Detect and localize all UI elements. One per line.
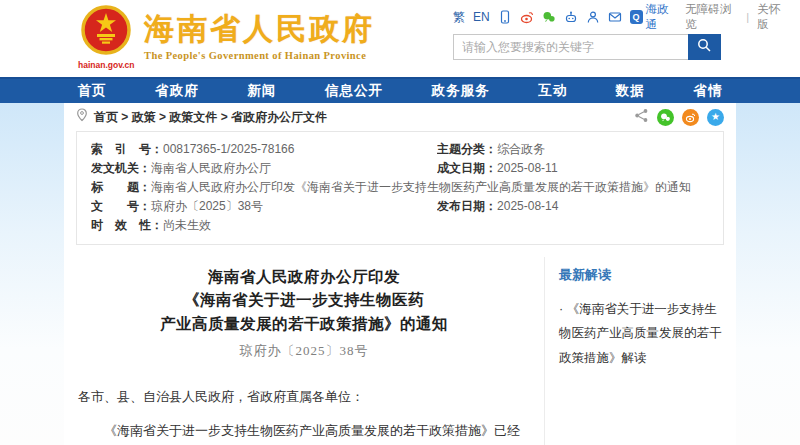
page-background: 首页 > 政策 > 政策文件 > 省政府办公厅文件 ★ <box>0 103 800 445</box>
sidebar-title[interactable]: 最新解读 <box>559 266 724 284</box>
content-card: 首页 > 政策 > 政策文件 > 省政府办公厅文件 ★ <box>64 103 736 445</box>
care-version-link[interactable]: 关怀版 <box>757 2 789 32</box>
nav-item-0[interactable]: 首页 <box>78 82 107 100</box>
meta-issuing-agency: 发文机关：海南省人民政府办公厅 <box>91 159 437 178</box>
site-header: hainan.gov.cn 海南省人民政府 The People's Gover… <box>0 0 800 77</box>
nav-item-7[interactable]: 省情 <box>693 82 722 100</box>
meta-document-number: 文 号：琼府办〔2025〕38号 <box>91 197 437 216</box>
weibo-icon[interactable] <box>520 10 534 24</box>
meta-publish-date: 发布日期：2025-08-14 <box>437 197 709 216</box>
top-utility-links: 繁 EN Q 海政通 无障碍浏览 <box>453 9 789 25</box>
national-emblem-icon <box>81 41 131 58</box>
meta-topic-category: 主题分类：综合政务 <box>437 140 709 159</box>
meta-written-date: 成文日期：2025-08-11 <box>437 159 709 178</box>
main-navigation: 首页省政府新闻信息公开政务服务互动数据省情 <box>0 77 800 103</box>
haizhengtong-link[interactable]: Q 海政通 <box>630 2 678 32</box>
meta-index-number: 索 引 号：00817365-1/2025-78166 <box>91 140 437 159</box>
share-favorite-icon[interactable]: ★ <box>707 109 724 126</box>
nav-item-2[interactable]: 新闻 <box>247 82 276 100</box>
meta-document-title: 标 题：海南省人民政府办公厅印发《海南省关于进一步支持生物医药产业高质量发展的若… <box>91 178 709 197</box>
nav-item-1[interactable]: 省政府 <box>155 82 199 100</box>
breadcrumb[interactable]: 首页 > 政策 > 政策文件 > 省政府办公厅文件 <box>94 109 327 126</box>
links-divider: | <box>746 11 749 23</box>
interpretation-sidebar: 最新解读 · 《海南省关于进一步支持生物医药产业高质量发展的若干政策措施》解读 <box>544 257 724 445</box>
nav-item-6[interactable]: 数据 <box>616 82 645 100</box>
document-metadata-box: 索 引 号：00817365-1/2025-78166 主题分类：综合政务 发文… <box>76 131 724 245</box>
haizhengtong-icon: Q <box>630 10 643 24</box>
share-wechat-icon[interactable] <box>657 109 674 126</box>
nav-item-5[interactable]: 互动 <box>538 82 567 100</box>
sidebar-link-0[interactable]: · 《海南省关于进一步支持生物医药产业高质量发展的若干政策措施》解读 <box>559 297 724 370</box>
meta-validity: 时 效 性：尚未生效 <box>91 216 437 235</box>
document-title-line-0: 海南省人民政府办公厅印发 <box>78 265 530 288</box>
document-title: 海南省人民政府办公厅印发《海南省关于进一步支持生物医药产业高质量发展的若干政策措… <box>78 265 530 335</box>
share-weibo-icon[interactable] <box>682 109 699 126</box>
search-bar <box>453 34 721 60</box>
site-title-english: The People's Government of Hainan Provin… <box>144 50 375 61</box>
nav-item-3[interactable]: 信息公开 <box>325 82 383 100</box>
body-paragraph-main: 《海南省关于进一步支持生物医药产业高质量发展的若干政策措施》已经省政府同意，现印… <box>78 418 530 445</box>
mobile-icon[interactable] <box>498 10 512 24</box>
breadcrumb-row: 首页 > 政策 > 政策文件 > 省政府办公厅文件 ★ <box>76 103 724 131</box>
english-link[interactable]: EN <box>473 10 490 24</box>
site-title: 海南省人民政府 <box>144 12 375 45</box>
share-buttons: ★ <box>634 108 724 127</box>
body-paragraph-salutation: 各市、县、自治县人民政府，省政府直属各单位： <box>78 384 530 411</box>
star-icon: ★ <box>711 112 720 122</box>
wechat-icon[interactable] <box>542 10 556 24</box>
document-body: 各市、县、自治县人民政府，省政府直属各单位： 《海南省关于进一步支持生物医药产业… <box>78 384 530 445</box>
sidebar-link-list: · 《海南省关于进一步支持生物医药产业高质量发展的若干政策措施》解读 <box>559 297 724 370</box>
accessibility-link[interactable]: 无障碍浏览 <box>685 2 738 32</box>
search-input[interactable] <box>453 34 688 60</box>
logo-domain-text: hainan.gov.cn <box>78 60 134 70</box>
search-icon <box>697 38 712 56</box>
document-title-line-2: 产业高质量发展的若干政策措施》的通知 <box>78 312 530 335</box>
document-number: 琼府办〔2025〕38号 <box>78 342 530 360</box>
location-pin-icon <box>76 108 88 126</box>
site-logo[interactable]: hainan.gov.cn 海南省人民政府 The People's Gover… <box>78 5 375 70</box>
share-icon[interactable] <box>634 108 649 127</box>
search-button[interactable] <box>688 34 721 60</box>
robot-icon[interactable] <box>564 10 578 24</box>
nav-item-4[interactable]: 政务服务 <box>432 82 490 100</box>
mail-icon[interactable] <box>608 10 622 24</box>
document-title-line-1: 《海南省关于进一步支持生物医药 <box>78 288 530 311</box>
traditional-chinese-link[interactable]: 繁 <box>453 9 465 26</box>
user-icon[interactable] <box>586 10 600 24</box>
document-main: 海南省人民政府办公厅印发《海南省关于进一步支持生物医药产业高质量发展的若干政策措… <box>76 257 544 445</box>
